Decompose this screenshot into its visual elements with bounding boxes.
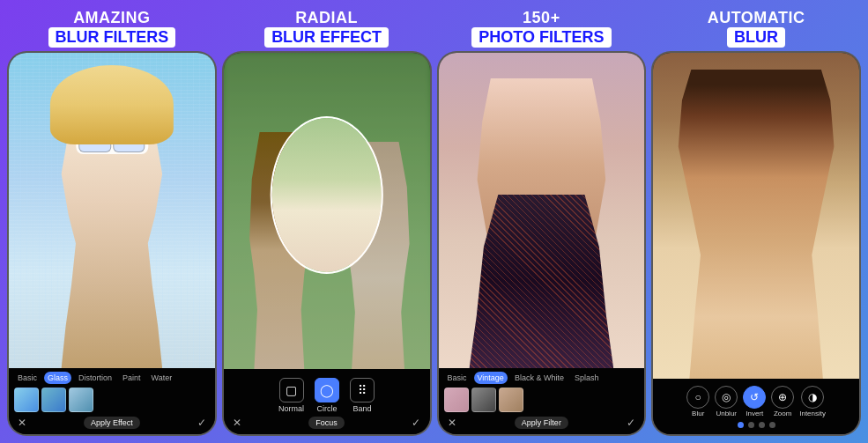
invert-tool-icon: ↺ bbox=[743, 386, 766, 409]
phone-frame-1: Basic Glass Distortion Paint Water ✕ App… bbox=[7, 51, 217, 436]
panel1-title-line1: AMAZING bbox=[48, 9, 176, 27]
phone-bottom-bar-4: ○ Blur ◎ Unblur ↺ Invert ⊕ Zoom bbox=[653, 379, 859, 434]
dot-3[interactable] bbox=[759, 422, 765, 428]
panel1-title-area: AMAZING BLUR FILTERS bbox=[48, 7, 176, 48]
auto-tool-invert[interactable]: ↺ Invert bbox=[743, 386, 766, 417]
auto-tool-zoom[interactable]: ⊕ Zoom bbox=[771, 386, 794, 417]
phone-image-1 bbox=[9, 53, 215, 368]
phone-image-4 bbox=[653, 53, 859, 379]
confirm-icon-2[interactable]: ✓ bbox=[412, 417, 420, 429]
filter-thumb-1[interactable] bbox=[14, 388, 39, 412]
filter-thumbnails-1 bbox=[14, 388, 210, 412]
person-4 bbox=[664, 70, 849, 380]
tab-glass[interactable]: Glass bbox=[44, 372, 71, 384]
tab-basic-3[interactable]: Basic bbox=[444, 372, 471, 384]
zoom-tool-label: Zoom bbox=[774, 410, 791, 417]
auto-tool-blur[interactable]: ○ Blur bbox=[686, 386, 709, 417]
cancel-icon-1[interactable]: ✕ bbox=[18, 417, 26, 429]
bottom-actions-3: ✕ Apply Filter ✓ bbox=[444, 415, 640, 431]
tab-distortion[interactable]: Distortion bbox=[75, 372, 115, 384]
panel-radial-blur: RADIAL BLUR EFFECT ▢ Normal ◯ bbox=[222, 7, 432, 436]
tab-water[interactable]: Water bbox=[148, 372, 176, 384]
zoom-tool-icon: ⊕ bbox=[771, 386, 794, 409]
focus-label[interactable]: Focus bbox=[308, 417, 345, 429]
filter-thumb-v1[interactable] bbox=[444, 388, 469, 412]
circle-focus bbox=[270, 116, 383, 275]
tab-splash[interactable]: Splash bbox=[571, 372, 603, 384]
confirm-icon-3[interactable]: ✓ bbox=[627, 417, 635, 429]
dot-2[interactable] bbox=[748, 422, 754, 428]
dot-1[interactable] bbox=[738, 422, 744, 428]
panel2-title-area: RADIAL BLUR EFFECT bbox=[264, 7, 389, 48]
auto-tool-unblur[interactable]: ◎ Unblur bbox=[715, 386, 738, 417]
panel3-title-line1: 150+ bbox=[471, 9, 611, 27]
dress-pattern-3 bbox=[470, 195, 614, 368]
bottom-actions-2: ✕ Focus ✓ bbox=[229, 415, 425, 431]
phone-image-2 bbox=[224, 53, 430, 369]
focus-tools: ▢ Normal ◯ Circle ⠿ Band bbox=[229, 373, 425, 415]
normal-label: Normal bbox=[278, 404, 304, 413]
auto-tools: ○ Blur ◎ Unblur ↺ Invert ⊕ Zoom bbox=[658, 382, 854, 419]
circle-icon: ◯ bbox=[315, 378, 339, 402]
blur-tool-icon: ○ bbox=[686, 386, 709, 409]
panel4-title-line1: AUTOMATIC bbox=[708, 9, 805, 27]
filter-tabs-3: Basic Vintage Black & White Splash bbox=[444, 372, 640, 384]
dot-4[interactable] bbox=[769, 422, 775, 428]
filter-tabs-1: Basic Glass Distortion Paint Water bbox=[14, 372, 210, 384]
hair-1 bbox=[50, 65, 174, 144]
focus-tool-band[interactable]: ⠿ Band bbox=[350, 378, 375, 413]
phone-bottom-bar-2: ▢ Normal ◯ Circle ⠿ Band ✕ Focus ✓ bbox=[224, 369, 430, 434]
focus-tool-normal[interactable]: ▢ Normal bbox=[278, 378, 304, 413]
app-container: AMAZING BLUR FILTERS Basic Glass Distort bbox=[0, 0, 868, 443]
panel-blur-filters: AMAZING BLUR FILTERS Basic Glass Distort bbox=[7, 7, 217, 436]
tab-vintage[interactable]: Vintage bbox=[474, 372, 508, 384]
apply-effect-button[interactable]: Apply Effect bbox=[84, 417, 140, 429]
blur-tool-label: Blur bbox=[692, 410, 704, 417]
panel3-title-line2: PHOTO FILTERS bbox=[471, 27, 611, 48]
intensity-tool-label: Intensity bbox=[799, 410, 826, 417]
intensity-tool-icon: ◑ bbox=[801, 386, 824, 409]
panel2-title-line1: RADIAL bbox=[264, 9, 389, 27]
tab-paint[interactable]: Paint bbox=[119, 372, 145, 384]
tab-bw[interactable]: Black & White bbox=[511, 372, 568, 384]
filter-thumb-v2[interactable] bbox=[471, 388, 496, 412]
panel2-title-line2: BLUR EFFECT bbox=[264, 27, 389, 48]
phone-bottom-bar-1: Basic Glass Distortion Paint Water ✕ App… bbox=[9, 368, 215, 434]
circle-inner bbox=[271, 118, 382, 273]
phone-frame-3: Basic Vintage Black & White Splash ✕ App… bbox=[437, 51, 647, 436]
confirm-icon-1[interactable]: ✓ bbox=[197, 417, 206, 429]
filter-thumb-2[interactable] bbox=[41, 388, 66, 412]
panel4-title-line2: BLUR bbox=[727, 27, 785, 48]
filter-thumb-3[interactable] bbox=[69, 388, 93, 412]
filter-thumbnails-3 bbox=[444, 388, 640, 412]
circle-label: Circle bbox=[317, 404, 338, 413]
panel3-title-area: 150+ PHOTO FILTERS bbox=[471, 7, 611, 48]
phone-frame-2: ▢ Normal ◯ Circle ⠿ Band ✕ Focus ✓ bbox=[222, 51, 432, 436]
phone-image-3 bbox=[439, 53, 645, 368]
focus-tool-circle[interactable]: ◯ Circle bbox=[315, 378, 339, 413]
normal-icon: ▢ bbox=[279, 378, 304, 402]
panel4-title-area: AUTOMATIC BLUR bbox=[708, 7, 805, 48]
unblur-tool-icon: ◎ bbox=[715, 386, 738, 409]
panel-automatic-blur: AUTOMATIC BLUR ○ Blur ◎ Unblur bbox=[651, 7, 861, 436]
bottom-actions-1: ✕ Apply Effect ✓ bbox=[14, 415, 210, 431]
auto-tool-intensity[interactable]: ◑ Intensity bbox=[799, 386, 826, 417]
invert-tool-label: Invert bbox=[746, 410, 763, 417]
apply-filter-button[interactable]: Apply Filter bbox=[515, 417, 568, 429]
unblur-tool-label: Unblur bbox=[716, 410, 737, 417]
filter-thumb-v3[interactable] bbox=[499, 388, 523, 412]
band-icon: ⠿ bbox=[350, 378, 375, 402]
phone-frame-4: ○ Blur ◎ Unblur ↺ Invert ⊕ Zoom bbox=[651, 51, 861, 436]
phone-bottom-bar-3: Basic Vintage Black & White Splash ✕ App… bbox=[439, 368, 645, 434]
cancel-icon-2[interactable]: ✕ bbox=[233, 417, 241, 429]
cancel-icon-3[interactable]: ✕ bbox=[448, 417, 456, 429]
dots-row bbox=[658, 419, 854, 431]
band-label: Band bbox=[353, 404, 372, 413]
panel1-title-line2: BLUR FILTERS bbox=[48, 27, 176, 48]
tab-basic-1[interactable]: Basic bbox=[14, 372, 41, 384]
panel-photo-filters: 150+ PHOTO FILTERS Basic Vintage Black &… bbox=[437, 7, 647, 436]
